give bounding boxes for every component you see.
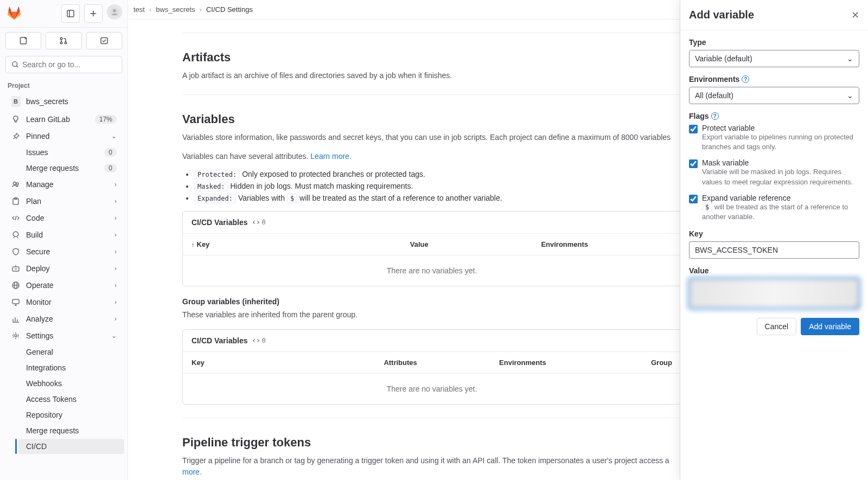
sidebar-item-pinned[interactable]: Pinned ⌄: [3, 128, 124, 144]
todo-icon[interactable]: [5, 32, 41, 49]
learn-more-link[interactable]: Learn more.: [310, 152, 351, 161]
type-select[interactable]: Variable (default) ⌄: [689, 50, 859, 67]
settings-cicd[interactable]: CI/CD: [18, 439, 124, 454]
clipboard-icon: [11, 197, 21, 206]
breadcrumb-item[interactable]: bws_secrets: [156, 5, 195, 14]
mask-variable-checkbox[interactable]: [689, 159, 698, 168]
artifacts-desc: A job artifact is an archive of files an…: [182, 70, 681, 81]
chevron-right-icon: ›: [114, 181, 117, 188]
expand-variable-checkbox[interactable]: [689, 195, 698, 203]
breadcrumb-item[interactable]: CI/CD Settings: [206, 5, 253, 14]
deploy-icon: [11, 264, 21, 273]
settings-integrations[interactable]: Integrations: [18, 360, 124, 375]
empty-state: There are no variables yet.: [183, 374, 681, 404]
group-variables-title: Group variables (inherited): [182, 297, 681, 306]
chevron-down-icon: ⌄: [111, 132, 117, 140]
settings-webhooks[interactable]: Webhooks: [18, 376, 124, 391]
svg-point-29: [15, 335, 17, 337]
code-icon: [11, 214, 21, 222]
svg-point-9: [65, 42, 67, 44]
sidebar-item-monitor[interactable]: Monitor›: [3, 294, 124, 310]
sidebar-item-build[interactable]: Build›: [3, 227, 124, 243]
shield-icon: [11, 247, 21, 256]
svg-point-8: [61, 42, 63, 44]
protect-variable-checkbox[interactable]: [689, 125, 698, 133]
sidebar-item-merge-requests[interactable]: Merge requests 0: [18, 161, 124, 176]
svg-point-14: [16, 183, 18, 185]
list-item: Expanded: Variables with $ will be treat…: [194, 194, 681, 202]
empty-state: There are no variables yet.: [183, 255, 681, 286]
key-label: Key: [689, 229, 859, 238]
bulb-icon: [11, 115, 21, 124]
sidebar-item-secure[interactable]: Secure›: [3, 244, 124, 260]
chart-icon: [11, 315, 21, 323]
merge-request-icon[interactable]: [46, 32, 81, 49]
drawer-title: Add variable: [689, 9, 754, 21]
chevron-down-icon: ⌄: [111, 332, 117, 340]
plus-icon[interactable]: [84, 4, 103, 23]
variables-desc: Variables store information, like passwo…: [182, 132, 681, 143]
list-item: Protected: Only exposed to protected bra…: [194, 170, 681, 178]
settings-merge-requests[interactable]: Merge requests: [18, 423, 124, 438]
table-header: ↑Key Value Environments: [183, 234, 681, 255]
chevron-down-icon: ⌄: [847, 91, 853, 100]
trigger-tokens-title: Pipeline trigger tokens: [182, 436, 681, 450]
project-avatar: B: [11, 96, 21, 107]
list-item: Masked: Hidden in job logs. Must match m…: [194, 182, 681, 190]
artifacts-title: Artifacts: [182, 50, 681, 65]
settings-access-tokens[interactable]: Access Tokens: [18, 392, 124, 407]
sidebar-item-code[interactable]: Code›: [3, 210, 124, 226]
help-icon[interactable]: ?: [711, 112, 719, 120]
settings-general[interactable]: General: [18, 344, 124, 360]
sidebar-item-manage[interactable]: Manage›: [3, 176, 124, 193]
svg-point-11: [12, 62, 17, 67]
close-icon[interactable]: ✕: [851, 9, 859, 21]
search-placeholder: Search or go to...: [22, 60, 80, 69]
sidebar-toggle-icon[interactable]: [61, 4, 80, 23]
gear-icon: [11, 331, 21, 340]
sidebar-item-plan[interactable]: Plan›: [3, 193, 124, 209]
svg-rect-22: [12, 299, 19, 304]
value-input[interactable]: ████████████████████████████: [689, 278, 859, 309]
rocket-icon: [11, 231, 21, 239]
user-avatar[interactable]: [107, 4, 122, 20]
svg-line-12: [17, 66, 18, 68]
help-icon[interactable]: ?: [742, 75, 749, 83]
add-variable-drawer: Add variable ✕ Type Variable (default) ⌄…: [680, 0, 868, 480]
flags-label: Flags: [689, 112, 709, 120]
search-icon: [11, 61, 19, 68]
value-label: Value: [689, 266, 859, 275]
svg-point-7: [61, 37, 63, 40]
cancel-button[interactable]: Cancel: [757, 318, 797, 335]
environments-select[interactable]: All (default) ⌄: [689, 87, 859, 104]
add-variable-button[interactable]: Add variable: [801, 318, 859, 335]
variables-title: Variables: [182, 112, 681, 126]
monitor-icon: [11, 298, 21, 306]
svg-point-5: [113, 9, 116, 12]
sidebar-item-settings[interactable]: Settings⌄: [3, 328, 124, 344]
chevron-down-icon: ⌄: [847, 54, 853, 63]
sidebar-item-analyze[interactable]: Analyze›: [3, 311, 124, 327]
project-link[interactable]: B bws_secrets: [3, 92, 124, 111]
sidebar-item-deploy[interactable]: Deploy›: [3, 260, 124, 277]
svg-line-17: [15, 216, 16, 220]
environments-label: Environments: [689, 75, 739, 84]
breadcrumb-item[interactable]: test: [133, 5, 145, 14]
code-icon: [252, 337, 260, 344]
globe-icon: [11, 281, 21, 290]
more-link[interactable]: more.: [182, 468, 202, 476]
check-icon[interactable]: [86, 32, 122, 49]
sidebar-item-operate[interactable]: Operate›: [3, 277, 124, 293]
project-section-label: Project: [0, 78, 127, 92]
gitlab-logo[interactable]: [5, 5, 23, 22]
search-input[interactable]: Search or go to...: [5, 56, 122, 73]
settings-repository[interactable]: Repository: [18, 407, 124, 423]
sidebar-item-issues[interactable]: Issues 0: [18, 145, 124, 160]
pin-icon: [11, 132, 21, 140]
type-label: Type: [689, 38, 859, 47]
sidebar: Search or go to... Project B bws_secrets…: [0, 0, 128, 480]
sidebar-item-learn-gitlab[interactable]: Learn GitLab 17%: [3, 111, 124, 127]
key-input[interactable]: [689, 241, 859, 259]
main-content: test › bws_secrets › CI/CD Settings Arti…: [128, 0, 868, 480]
sort-asc-icon[interactable]: ↑: [192, 241, 195, 248]
